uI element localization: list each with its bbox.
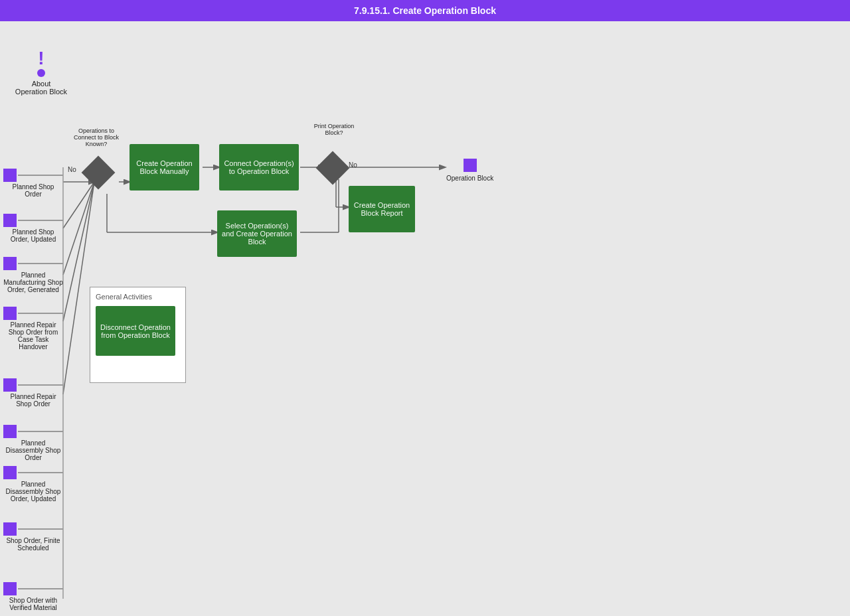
svg-line-2 (63, 182, 94, 275)
so-verified-label: Shop Order with Verified Material (3, 597, 63, 611)
decision2-label: Print Operation Block? (307, 123, 361, 136)
svg-line-1 (63, 182, 94, 228)
connect-ops-box[interactable]: Connect Operation(s) to Operation Block (219, 144, 299, 191)
about-label: About Operation Block (15, 80, 68, 96)
disconnect-label: Disconnect Operation from Operation Bloc… (100, 323, 171, 339)
select-create-box[interactable]: Select Operation(s) and Create Operation… (217, 210, 297, 257)
create-manual-label: Create Operation Block Manually (133, 159, 195, 175)
create-report-label: Create Operation Block Report (353, 201, 411, 217)
pdso-label: Planned Disassembly Shop Order (3, 439, 63, 461)
create-report-box[interactable]: Create Operation Block Report (349, 186, 415, 232)
swimlane-prs-case: Planned Repair Shop Order from Case Task… (3, 307, 63, 350)
pdso-box (3, 425, 17, 438)
pso-updated-box (3, 214, 17, 227)
create-manual-box[interactable]: Create Operation Block Manually (129, 144, 199, 191)
canvas: ! About Operation Block Operations to Co… (0, 21, 850, 616)
swimlane-so-finite: Shop Order, Finite Scheduled (3, 522, 63, 552)
decision1-no-label: No (68, 166, 76, 173)
swimlane-pmso: Planned Manufacturing Shop Order, Genera… (3, 257, 63, 293)
about-dot (37, 69, 45, 77)
pdso-updated-label: Planned Disassembly Shop Order, Updated (3, 481, 63, 502)
swimlane-pso-updated: Planned Shop Order, Updated (3, 214, 63, 243)
so-finite-box (3, 522, 17, 536)
pdso-updated-box (3, 466, 17, 479)
swimlane-prso: Planned Repair Shop Order (3, 378, 63, 408)
exclamation-icon: ! (38, 49, 44, 68)
disconnect-box[interactable]: Disconnect Operation from Operation Bloc… (96, 306, 175, 356)
about-node[interactable]: ! About Operation Block (15, 49, 68, 96)
prs-case-label: Planned Repair Shop Order from Case Task… (3, 321, 63, 350)
page-title: 7.9.15.1. Create Operation Block (354, 5, 496, 16)
end-node: Operation Block (446, 159, 493, 182)
end-label: Operation Block (446, 175, 493, 182)
so-finite-label: Shop Order, Finite Scheduled (3, 537, 63, 552)
pso-label: Planned Shop Order (3, 183, 63, 198)
prs-case-box (3, 307, 17, 320)
pmso-label: Planned Manufacturing Shop Order, Genera… (3, 271, 63, 293)
pso-box (3, 169, 17, 182)
end-box (464, 159, 477, 172)
general-activities-box: General Activities Disconnect Operation … (90, 287, 186, 383)
decision2-diamond (316, 151, 350, 185)
swimlane-so-verified: Shop Order with Verified Material (3, 582, 63, 611)
prso-label: Planned Repair Shop Order (3, 393, 63, 408)
title-bar: 7.9.15.1. Create Operation Block (0, 0, 850, 21)
swimlane-planned-shop-order: Planned Shop Order (3, 169, 63, 198)
so-verified-box (3, 582, 17, 595)
swimlane-pdso-updated: Planned Disassembly Shop Order, Updated (3, 466, 63, 502)
decision1-label: Operations to Connect to Block Known? (66, 127, 126, 147)
decision1-diamond (82, 156, 116, 190)
connect-ops-label: Connect Operation(s) to Operation Block (223, 159, 295, 175)
swimlane-pdso: Planned Disassembly Shop Order (3, 425, 63, 461)
decision2-no-label: No (349, 161, 357, 169)
select-create-label: Select Operation(s) and Create Operation… (221, 222, 293, 246)
pmso-box (3, 257, 17, 270)
pso-updated-label: Planned Shop Order, Updated (3, 228, 63, 243)
prso-box (3, 378, 17, 392)
general-activities-title: General Activities (96, 293, 180, 301)
